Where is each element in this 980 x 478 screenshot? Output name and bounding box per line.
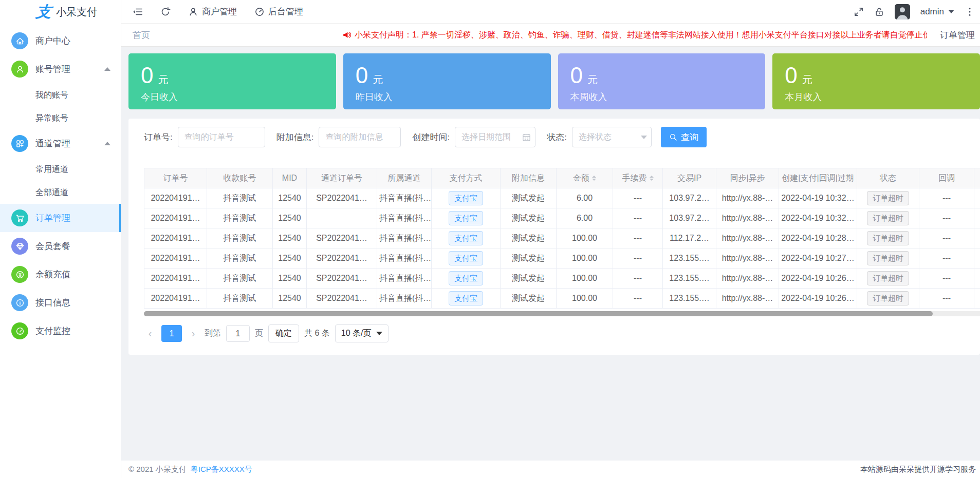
sidebar-item-order-management[interactable]: 订单管理 xyxy=(0,204,121,232)
orders-table-wrap: 订单号收款账号MID通道订单号所属通道支付方式附加信息金额手续费交易IP同步|异… xyxy=(144,168,980,309)
fullscreen-icon[interactable] xyxy=(854,7,864,17)
sidebar-item-label: 通道管理 xyxy=(35,138,70,149)
table-cell-channel: 抖音直播(抖… xyxy=(377,208,432,228)
merchant-center-icon xyxy=(11,32,28,49)
dashboard-icon xyxy=(254,7,265,17)
cell-text: 2022-04-19 10:32… xyxy=(781,214,854,222)
breadcrumb[interactable]: 首页 xyxy=(133,29,150,41)
sidebar-item-label: 支付监控 xyxy=(35,325,70,337)
status-label: 状态: xyxy=(547,131,567,143)
search-button-label: 查询 xyxy=(681,131,698,143)
cell-text: 123.155.… xyxy=(669,294,709,302)
cell-text: 2022-04-19 10:26… xyxy=(781,294,854,302)
confirm-button[interactable]: 确定 xyxy=(268,324,299,342)
column-header-label: 同步|异步 xyxy=(730,174,765,182)
pay-method-tag: 支付宝 xyxy=(449,191,483,205)
sort-carets-icon[interactable] xyxy=(592,174,596,183)
column-header-extra xyxy=(974,168,980,188)
table-cell-channel-order-no: SP2022041… xyxy=(307,269,377,289)
stat-card-today-income: 0元今日收入 xyxy=(128,53,336,109)
pay-method-tag: 支付宝 xyxy=(449,211,483,225)
table-cell-status: 订单超时 xyxy=(857,289,919,309)
order-no-input[interactable] xyxy=(178,127,265,147)
table-cell-fee: --- xyxy=(613,188,663,208)
sidebar-item-label: 接口信息 xyxy=(35,297,70,309)
app-window: 支 小呆支付 商户中心账号管理我的账号异常账号通道管理常用通道全部通道订单管理会… xyxy=(0,0,980,478)
status-tag: 订单超时 xyxy=(867,211,909,225)
status-select[interactable] xyxy=(572,127,652,147)
sidebar-subitem-my-account[interactable]: 我的账号 xyxy=(0,83,121,106)
table-cell-amount: 6.00 xyxy=(557,208,613,228)
table-cell-channel-order-no: SP2022041… xyxy=(307,248,377,269)
cell-text: 抖音测试 xyxy=(224,214,256,222)
cell-text: 100.00 xyxy=(572,274,597,282)
search-button[interactable]: 查询 xyxy=(661,127,707,147)
refresh-icon[interactable] xyxy=(160,7,171,17)
date-range-input[interactable] xyxy=(455,127,535,147)
sort-carets-icon[interactable] xyxy=(650,174,654,183)
horizontal-scrollbar[interactable] xyxy=(144,311,980,316)
sidebar-item-member-packages[interactable]: 会员套餐 xyxy=(0,232,121,260)
cell-text: SP2022041… xyxy=(316,294,367,302)
orders-panel: 订单号: 附加信息: 创建时间: 状态: xyxy=(128,119,980,355)
sidebar-item-api-info[interactable]: 接口信息 xyxy=(0,289,121,317)
table-cell-order-no: 202204191… xyxy=(144,188,207,208)
sidebar-subitem-abnormal-account[interactable]: 异常账号 xyxy=(0,106,121,129)
table-cell-mid: 12540 xyxy=(273,269,307,289)
column-header-label: 通道订单号 xyxy=(321,174,362,182)
sidebar-item-label: 常用通道 xyxy=(35,165,68,174)
orders-table: 订单号收款账号MID通道订单号所属通道支付方式附加信息金额手续费交易IP同步|异… xyxy=(144,168,980,309)
sidebar-item-channel-management[interactable]: 通道管理 xyxy=(0,129,121,158)
column-header-channel: 所属通道 xyxy=(377,168,432,188)
pay-method-tag: 支付宝 xyxy=(449,251,483,265)
page-size-select[interactable]: 10 条/页 xyxy=(335,324,389,342)
column-header-amount[interactable]: 金额 xyxy=(557,168,613,188)
nav-admin-management[interactable]: 后台管理 xyxy=(254,6,303,17)
sidebar-subitem-common-channels[interactable]: 常用通道 xyxy=(0,158,121,181)
nav-merchant-management[interactable]: 商户管理 xyxy=(188,6,237,17)
table-row: 202204191…抖音测试12540SP2022041…抖音直播(抖…支付宝测… xyxy=(144,188,980,208)
table-cell-trade-ip: 123.155.… xyxy=(663,269,716,289)
cell-text: 测试发起 xyxy=(512,234,545,242)
table-cell-callback: --- xyxy=(919,269,974,289)
payment-monitor-icon xyxy=(11,322,28,339)
cell-text: 抖音直播(抖… xyxy=(379,254,431,262)
page-number-button[interactable]: 1 xyxy=(161,325,182,342)
jump-page-input[interactable] xyxy=(226,325,250,342)
next-page-button[interactable]: › xyxy=(187,328,199,339)
card-label: 昨日收入 xyxy=(356,91,551,103)
cell-text: http://yx.88-… xyxy=(722,274,773,282)
user-dropdown[interactable]: admin xyxy=(920,7,954,17)
chevron-up-icon xyxy=(104,67,110,71)
stat-card-month-income: 0元本月收入 xyxy=(772,53,980,109)
cell-text: 100.00 xyxy=(572,254,597,262)
stat-card-week-income: 0元本周收入 xyxy=(558,53,766,109)
prev-page-button[interactable]: ‹ xyxy=(144,328,156,339)
column-header-pay-method: 支付方式 xyxy=(432,168,501,188)
sidebar-collapse-icon[interactable] xyxy=(133,7,143,17)
sidebar-item-payment-monitor[interactable]: 支付监控 xyxy=(0,317,121,345)
column-header-label: 回调 xyxy=(938,174,955,182)
topbar-right: admin xyxy=(854,4,975,20)
scrollbar-thumb[interactable] xyxy=(144,311,933,316)
sidebar-subitem-all-channels[interactable]: 全部通道 xyxy=(0,181,121,204)
more-icon[interactable] xyxy=(965,7,975,17)
cell-text: 抖音测试 xyxy=(224,274,256,282)
lock-icon[interactable] xyxy=(874,7,884,17)
icp-link[interactable]: 粤ICP备XXXXX号 xyxy=(191,465,252,474)
column-header-fee[interactable]: 手续费 xyxy=(613,168,663,188)
sidebar-item-merchant-center[interactable]: 商户中心 xyxy=(0,27,121,55)
avatar[interactable] xyxy=(895,4,910,20)
stat-cards: 0元今日收入0元昨日收入0元本周收入0元本月收入 xyxy=(128,53,980,109)
pagination: ‹ 1 › 到第 页 确定 共 6 条 10 条/页 xyxy=(144,324,980,342)
column-header-channel-order-no: 通道订单号 xyxy=(307,168,377,188)
tab-order-management[interactable]: 订单管理 xyxy=(940,29,975,41)
column-header-payee-account: 收款账号 xyxy=(207,168,273,188)
table-cell-amount: 100.00 xyxy=(557,228,613,248)
extra-info-input[interactable] xyxy=(319,127,401,147)
sidebar-item-account-management[interactable]: 账号管理 xyxy=(0,55,121,83)
column-header-order-no: 订单号 xyxy=(144,168,207,188)
table-cell-mid: 12540 xyxy=(273,248,307,269)
sidebar-item-balance-recharge[interactable]: 余额充值 xyxy=(0,260,121,289)
status-tag: 订单超时 xyxy=(867,271,909,285)
